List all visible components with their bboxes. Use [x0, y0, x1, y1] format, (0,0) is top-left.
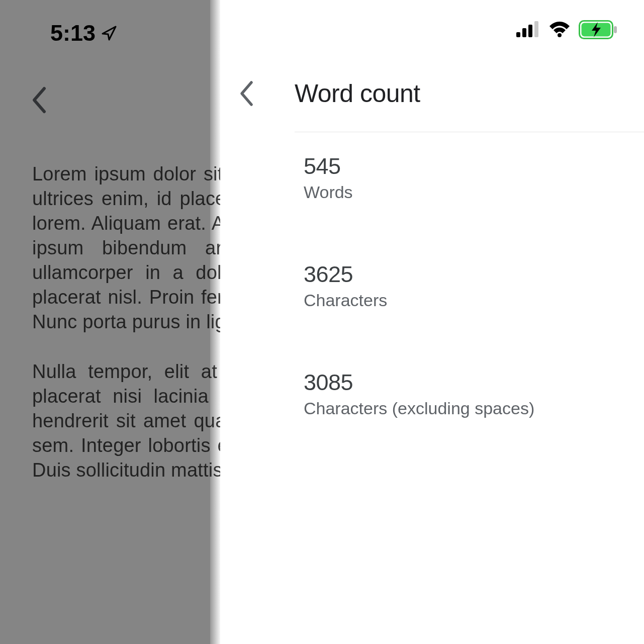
location-arrow-icon — [101, 25, 118, 42]
stat-label: Words — [304, 182, 534, 202]
stat-value: 3625 — [304, 261, 534, 288]
panel-title: Word count — [295, 79, 420, 108]
stats-list: 545 Words 3625 Characters 3085 Character… — [304, 153, 534, 478]
stat-value: 545 — [304, 153, 534, 179]
chevron-left-icon — [238, 80, 254, 107]
wifi-icon — [548, 21, 571, 38]
panel-separator — [295, 132, 644, 132]
panel-header: Word count — [220, 64, 644, 122]
svg-rect-0 — [516, 32, 520, 37]
stat-characters: 3625 Characters — [304, 261, 534, 310]
stat-label: Characters (excluding spaces) — [304, 399, 534, 418]
status-time: 5:13 — [50, 20, 118, 46]
svg-rect-7 — [614, 26, 617, 33]
cellular-signal-icon — [516, 21, 540, 38]
status-time-text: 5:13 — [50, 20, 96, 46]
panel-back-button[interactable] — [238, 80, 273, 107]
dim-overlay[interactable] — [0, 0, 210, 644]
word-count-panel: Word count 545 Words 3625 Characters 308… — [220, 0, 644, 644]
screen-root: Lorem ipsum dolor sit amet, consectetur … — [0, 0, 644, 644]
stat-characters-no-spaces: 3085 Characters (excluding spaces) — [304, 370, 534, 418]
svg-point-4 — [558, 33, 562, 37]
stat-label: Characters — [304, 291, 534, 310]
battery-charging-icon — [579, 20, 618, 39]
svg-rect-1 — [522, 28, 526, 37]
svg-rect-2 — [528, 25, 532, 37]
status-right — [516, 20, 618, 39]
svg-rect-3 — [534, 21, 538, 37]
stat-value: 3085 — [304, 370, 534, 396]
status-bar: 5:13 — [0, 0, 644, 50]
stat-words: 545 Words — [304, 153, 534, 202]
